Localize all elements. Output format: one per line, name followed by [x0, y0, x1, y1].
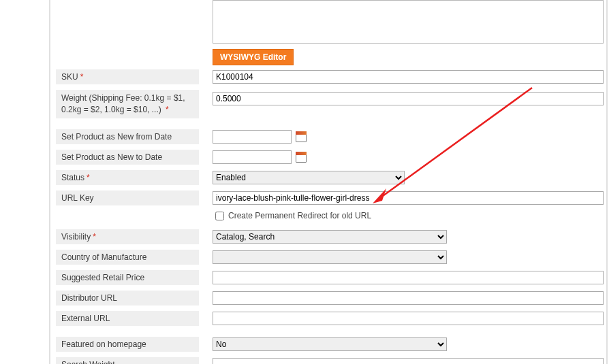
- right-border: [606, 0, 608, 364]
- distributor-url-label-text: Distributor URL: [61, 293, 117, 303]
- left-border: [49, 0, 50, 364]
- sku-input[interactable]: [213, 70, 604, 84]
- status-select[interactable]: Enabled: [213, 171, 405, 184]
- required-star: *: [87, 173, 90, 182]
- search-weight-input[interactable]: [213, 358, 604, 364]
- suggested-price-label-text: Suggested Retail Price: [61, 273, 144, 282]
- external-url-label: External URL: [56, 311, 199, 326]
- country-label-text: Country of Manufacture: [61, 252, 146, 262]
- calendar-icon[interactable]: [296, 131, 307, 142]
- url-key-input[interactable]: [213, 191, 604, 205]
- distributor-url-input[interactable]: [213, 291, 604, 305]
- required-star: *: [93, 232, 96, 242]
- new-to-label: Set Product as New to Date: [56, 150, 199, 165]
- country-label: Country of Manufacture: [56, 250, 199, 265]
- suggested-price-label: Suggested Retail Price: [56, 270, 199, 285]
- required-star: *: [80, 72, 84, 82]
- sku-label-text: SKU: [61, 72, 78, 82]
- featured-label: Featured on homepage: [56, 337, 199, 352]
- description-textarea[interactable]: [213, 0, 604, 44]
- calendar-icon[interactable]: [296, 152, 307, 163]
- visibility-label-text: Visibility: [61, 232, 91, 242]
- featured-label-text: Featured on homepage: [61, 340, 146, 349]
- suggested-price-input[interactable]: [213, 271, 604, 284]
- new-from-input[interactable]: [213, 130, 292, 144]
- external-url-input[interactable]: [213, 312, 604, 325]
- create-redirect-checkbox[interactable]: [215, 212, 224, 220]
- visibility-select[interactable]: Catalog, Search: [213, 230, 447, 244]
- new-to-label-text: Set Product as New to Date: [61, 152, 162, 162]
- create-redirect-label: Create Permanent Redirect for old URL: [228, 211, 371, 220]
- url-key-label: URL Key: [56, 191, 199, 205]
- url-key-label-text: URL Key: [61, 193, 94, 203]
- search-weight-label: Search Weight: [56, 357, 199, 364]
- wysiwyg-editor-button[interactable]: WYSIWYG Editor: [213, 49, 294, 65]
- weight-label: Weight (Shipping Fee: 0.1kg = $1, 0.2kg …: [56, 90, 199, 118]
- status-label-text: Status: [61, 173, 84, 182]
- new-from-label: Set Product as New from Date: [56, 129, 199, 144]
- status-label: Status *: [56, 170, 199, 185]
- weight-input[interactable]: [213, 92, 604, 105]
- sku-label: SKU *: [56, 69, 199, 84]
- search-weight-label-text: Search Weight: [61, 360, 115, 364]
- new-from-label-text: Set Product as New from Date: [61, 132, 172, 142]
- featured-select[interactable]: No: [213, 337, 447, 351]
- distributor-url-label: Distributor URL: [56, 291, 199, 305]
- visibility-label: Visibility *: [56, 229, 199, 244]
- country-select[interactable]: [213, 250, 447, 264]
- new-to-input[interactable]: [213, 150, 292, 164]
- required-star: *: [166, 105, 169, 114]
- external-url-label-text: External URL: [61, 314, 110, 323]
